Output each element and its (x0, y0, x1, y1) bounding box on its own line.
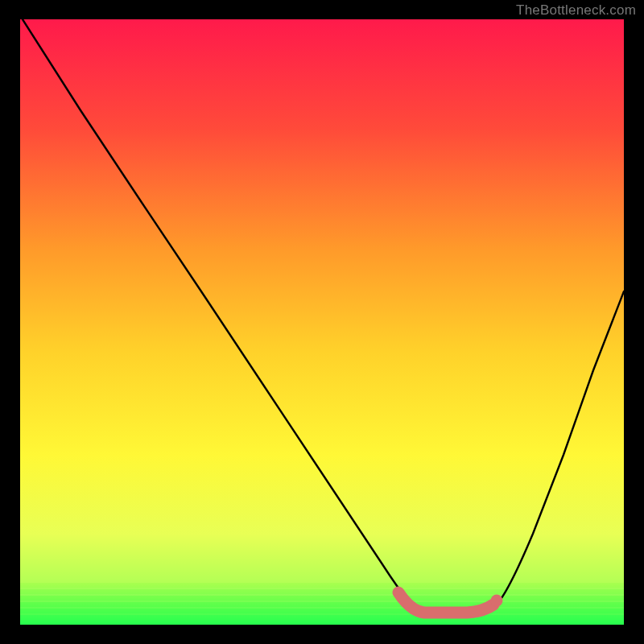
optimal-band-end-dot (491, 595, 503, 607)
svg-rect-5 (20, 615, 624, 625)
svg-rect-2 (20, 596, 624, 601)
plot-area (20, 19, 624, 625)
svg-rect-4 (20, 609, 624, 613)
attribution-label: TheBottleneck.com (516, 2, 636, 19)
chart-svg (20, 19, 624, 625)
svg-rect-1 (20, 589, 624, 594)
svg-rect-3 (20, 602, 624, 607)
svg-rect-0 (20, 583, 624, 588)
chart-frame: TheBottleneck.com (0, 0, 644, 644)
